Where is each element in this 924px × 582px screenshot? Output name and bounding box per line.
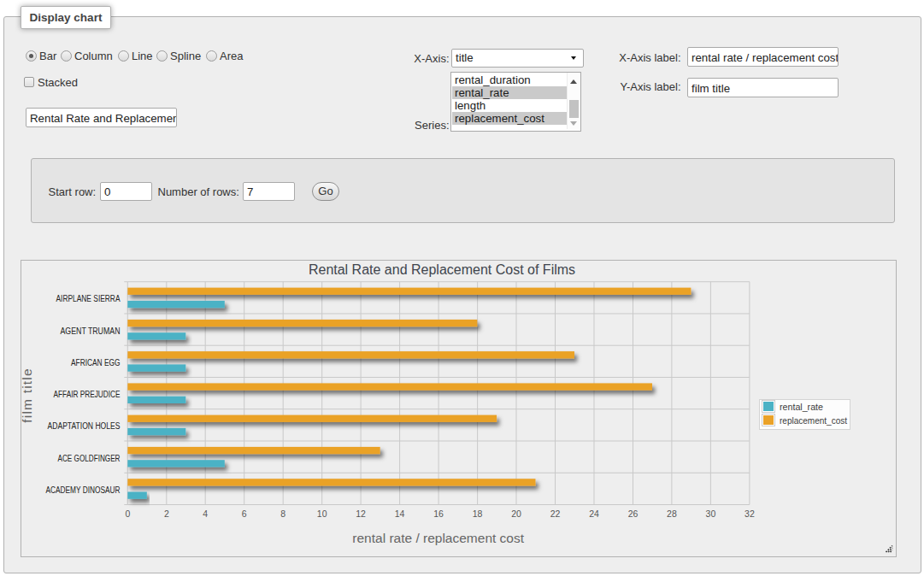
svg-text:12: 12 — [356, 509, 366, 519]
svg-text:22: 22 — [550, 509, 561, 519]
svg-text:24: 24 — [589, 509, 599, 519]
svg-text:30: 30 — [706, 509, 716, 519]
svg-text:14: 14 — [395, 509, 405, 519]
svg-text:AGENT TRUMAN: AGENT TRUMAN — [61, 326, 121, 336]
svg-text:Rental Rate and Replacement Co: Rental Rate and Replacement Cost of Film… — [309, 262, 575, 277]
svg-text:20: 20 — [511, 509, 521, 519]
svg-text:film title: film title — [21, 367, 34, 423]
svg-text:rental rate / replacement cost: rental rate / replacement cost — [352, 531, 524, 545]
svg-text:ACE GOLDFINGER: ACE GOLDFINGER — [58, 454, 121, 463]
svg-text:AFFAIR PREJUDICE: AFFAIR PREJUDICE — [54, 390, 121, 399]
svg-text:16: 16 — [433, 509, 444, 519]
svg-text:10: 10 — [317, 509, 327, 519]
svg-text:2: 2 — [164, 509, 169, 519]
svg-text:replacement_cost: replacement_cost — [780, 415, 847, 426]
svg-text:32: 32 — [744, 509, 755, 519]
svg-text:4: 4 — [203, 509, 208, 519]
svg-text:ACADEMY DINOSAUR: ACADEMY DINOSAUR — [46, 485, 121, 495]
svg-text:26: 26 — [628, 509, 639, 519]
svg-text:AFRICAN EGG: AFRICAN EGG — [71, 358, 121, 367]
svg-text:0: 0 — [125, 509, 130, 519]
svg-text:rental_rate: rental_rate — [780, 402, 823, 412]
svg-text:ADAPTATION HOLES: ADAPTATION HOLES — [48, 421, 121, 431]
svg-text:28: 28 — [667, 509, 677, 519]
svg-text:6: 6 — [242, 509, 247, 519]
svg-text:18: 18 — [473, 509, 483, 519]
svg-text:AIRPLANE SIERRA: AIRPLANE SIERRA — [56, 294, 121, 303]
svg-text:8: 8 — [280, 509, 285, 519]
